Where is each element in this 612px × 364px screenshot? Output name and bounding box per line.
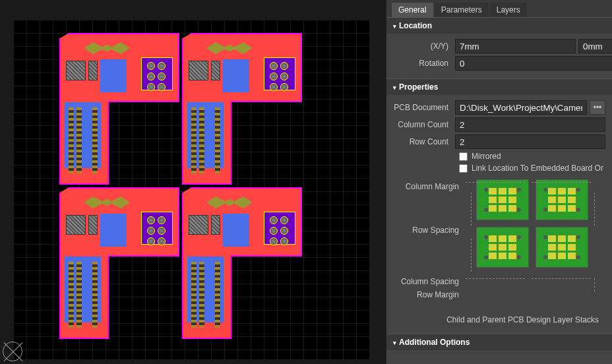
row-margin-label: Row Margin — [393, 290, 459, 299]
column-spacing-label: Column Spacing — [393, 277, 459, 286]
board-instance — [59, 33, 179, 185]
spacing-diagram: Column Margin Row Spacing Column Spacing… — [393, 179, 605, 311]
origin-marker-icon — [3, 342, 22, 361]
mirrored-checkbox[interactable] — [459, 152, 468, 161]
arrow-icon — [594, 278, 595, 291]
arrow-icon — [466, 278, 525, 279]
location-y-input[interactable] — [578, 39, 612, 53]
board-instance — [59, 187, 179, 339]
arrow-icon — [532, 278, 591, 279]
arrow-icon — [532, 182, 591, 183]
layer-stacks-link[interactable]: Child and Parent PCB Design Layer Stacks — [393, 311, 605, 328]
arrow-icon — [471, 193, 472, 226]
link-location-label: Link Location To Embedded Board Or — [472, 164, 603, 173]
rotation-label: Rotation — [393, 59, 452, 68]
board-instance — [182, 33, 302, 185]
pcb-viewport[interactable] — [0, 0, 386, 364]
arrow-icon — [594, 193, 595, 226]
section-location-header[interactable]: Location — [386, 17, 612, 34]
browse-button[interactable]: ••• — [590, 100, 605, 115]
column-count-input[interactable] — [455, 117, 605, 132]
tab-parameters[interactable]: Parameters — [435, 3, 489, 17]
row-count-label: Row Count — [393, 137, 452, 146]
ellipsis-icon: ••• — [594, 103, 602, 112]
section-properties-header[interactable]: Properties — [386, 78, 612, 95]
row-count-input[interactable] — [455, 135, 605, 149]
mirrored-label: Mirrored — [472, 152, 501, 161]
board-instance — [182, 187, 302, 339]
section-additional-header[interactable]: Additional Options — [386, 334, 612, 350]
arrow-icon — [466, 182, 525, 183]
tab-general[interactable]: General — [392, 3, 433, 17]
xy-label: (X/Y) — [393, 42, 452, 51]
link-location-checkbox[interactable] — [459, 164, 468, 173]
row-spacing-label: Row Spacing — [393, 226, 459, 235]
panel-tabs: General Parameters Layers — [386, 0, 612, 17]
column-count-label: Column Count — [393, 120, 452, 129]
rotation-input[interactable] — [455, 56, 612, 71]
pcb-document-input[interactable] — [455, 100, 587, 115]
arrow-icon — [471, 239, 472, 272]
pcb-document-label: PCB Document — [393, 103, 452, 112]
location-x-input[interactable] — [455, 39, 576, 53]
properties-panel: General Parameters Layers Location (X/Y)… — [386, 0, 612, 364]
column-margin-label: Column Margin — [393, 182, 459, 191]
embedded-board-array[interactable] — [59, 33, 386, 339]
tab-layers[interactable]: Layers — [490, 3, 527, 17]
